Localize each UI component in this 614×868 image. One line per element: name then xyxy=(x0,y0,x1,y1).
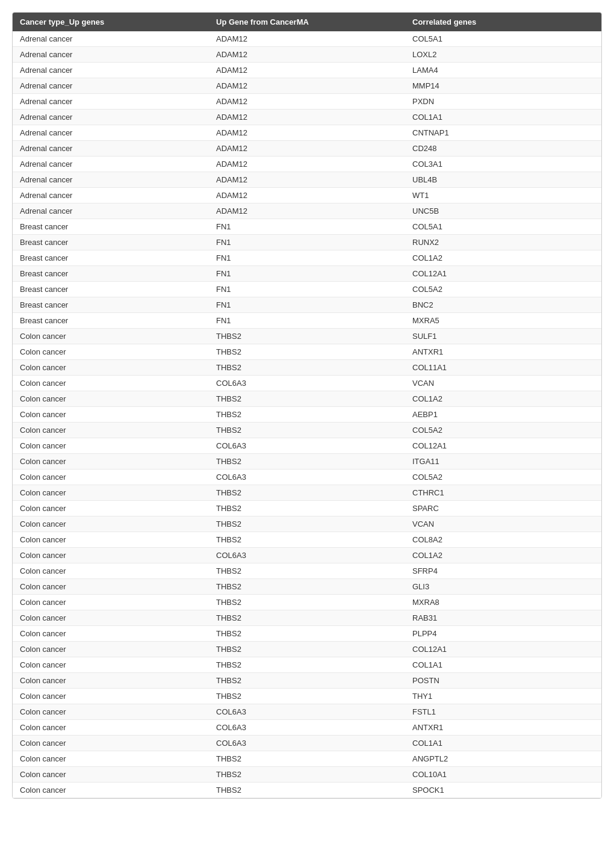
cell-cancer-type: Colon cancer xyxy=(13,454,209,470)
table-row: Adrenal cancerADAM12CNTNAP1 xyxy=(13,125,601,141)
table-row: Colon cancerTHBS2AEBP1 xyxy=(13,407,601,423)
table-row: Breast cancerFN1MXRA5 xyxy=(13,313,601,329)
cell-cancer-type: Colon cancer xyxy=(13,548,209,563)
cell-correlated: PXDN xyxy=(405,94,601,110)
cell-up-gene: FN1 xyxy=(209,235,405,250)
cell-cancer-type: Colon cancer xyxy=(13,689,209,704)
cell-up-gene: COL6A3 xyxy=(209,376,405,391)
cell-correlated: POSTN xyxy=(405,673,601,689)
cell-correlated: AEBP1 xyxy=(405,407,601,423)
data-table: Cancer type_Up genes Up Gene from Cancer… xyxy=(12,12,602,799)
cell-correlated: WT1 xyxy=(405,188,601,203)
cell-up-gene: THBS2 xyxy=(209,423,405,438)
cell-correlated: COL12A1 xyxy=(405,266,601,282)
table-row: Breast cancerFN1COL5A2 xyxy=(13,282,601,297)
table-row: Colon cancerTHBS2THY1 xyxy=(13,689,601,704)
cell-correlated: BNC2 xyxy=(405,297,601,313)
cell-correlated: CNTNAP1 xyxy=(405,125,601,141)
cell-up-gene: THBS2 xyxy=(209,516,405,532)
cell-cancer-type: Breast cancer xyxy=(13,282,209,297)
table-row: Colon cancerTHBS2PLPP4 xyxy=(13,626,601,642)
table-row: Adrenal cancerADAM12UBL4B xyxy=(13,172,601,188)
cell-correlated: PLPP4 xyxy=(405,626,601,642)
cell-cancer-type: Colon cancer xyxy=(13,767,209,783)
cell-correlated: COL12A1 xyxy=(405,642,601,657)
cell-correlated: COL5A2 xyxy=(405,470,601,485)
cell-up-gene: FN1 xyxy=(209,250,405,266)
cell-cancer-type: Colon cancer xyxy=(13,423,209,438)
cell-up-gene: THBS2 xyxy=(209,657,405,673)
cell-up-gene: ADAM12 xyxy=(209,63,405,78)
cell-correlated: COL12A1 xyxy=(405,438,601,454)
cell-correlated: COL1A2 xyxy=(405,391,601,407)
table-row: Adrenal cancerADAM12COL5A1 xyxy=(13,31,601,47)
cell-up-gene: ADAM12 xyxy=(209,157,405,172)
table-row: Breast cancerFN1COL12A1 xyxy=(13,266,601,282)
cell-cancer-type: Colon cancer xyxy=(13,485,209,501)
cell-up-gene: THBS2 xyxy=(209,407,405,423)
cell-cancer-type: Breast cancer xyxy=(13,250,209,266)
cell-correlated: MXRA8 xyxy=(405,595,601,610)
cell-cancer-type: Colon cancer xyxy=(13,657,209,673)
cell-up-gene: FN1 xyxy=(209,219,405,235)
cell-up-gene: ADAM12 xyxy=(209,47,405,63)
cell-up-gene: THBS2 xyxy=(209,344,405,360)
table-row: Adrenal cancerADAM12LOXL2 xyxy=(13,47,601,63)
cell-cancer-type: Breast cancer xyxy=(13,266,209,282)
cell-cancer-type: Colon cancer xyxy=(13,736,209,751)
cell-cancer-type: Adrenal cancer xyxy=(13,31,209,47)
cell-up-gene: THBS2 xyxy=(209,360,405,376)
table-row: Adrenal cancerADAM12PXDN xyxy=(13,94,601,110)
cell-correlated: ANTXR1 xyxy=(405,720,601,736)
table-row: Breast cancerFN1COL5A1 xyxy=(13,219,601,235)
cell-up-gene: THBS2 xyxy=(209,454,405,470)
cell-cancer-type: Breast cancer xyxy=(13,313,209,329)
cell-correlated: ITGA11 xyxy=(405,454,601,470)
cell-cancer-type: Colon cancer xyxy=(13,751,209,767)
cell-up-gene: ADAM12 xyxy=(209,203,405,219)
cell-correlated: COL1A2 xyxy=(405,548,601,563)
table-row: Colon cancerTHBS2SPARC xyxy=(13,501,601,516)
cell-up-gene: ADAM12 xyxy=(209,141,405,157)
table-row: Colon cancerCOL6A3COL5A2 xyxy=(13,470,601,485)
table-row: Colon cancerTHBS2COL12A1 xyxy=(13,642,601,657)
cell-up-gene: THBS2 xyxy=(209,391,405,407)
table-row: Colon cancerTHBS2COL1A1 xyxy=(13,657,601,673)
table-row: Colon cancerCOL6A3FSTL1 xyxy=(13,704,601,720)
cell-cancer-type: Adrenal cancer xyxy=(13,125,209,141)
cell-correlated: CTHRC1 xyxy=(405,485,601,501)
cell-cancer-type: Colon cancer xyxy=(13,610,209,626)
cell-correlated: COL8A2 xyxy=(405,532,601,548)
table-row: Colon cancerTHBS2ANTXR1 xyxy=(13,344,601,360)
cell-cancer-type: Colon cancer xyxy=(13,438,209,454)
cell-correlated: COL10A1 xyxy=(405,767,601,783)
cell-cancer-type: Breast cancer xyxy=(13,297,209,313)
cell-correlated: SPARC xyxy=(405,501,601,516)
cell-up-gene: THBS2 xyxy=(209,501,405,516)
cell-up-gene: THBS2 xyxy=(209,329,405,344)
table-row: Colon cancerTHBS2GLI3 xyxy=(13,579,601,595)
cell-correlated: MXRA5 xyxy=(405,313,601,329)
cell-up-gene: FN1 xyxy=(209,282,405,297)
cell-up-gene: ADAM12 xyxy=(209,188,405,203)
cell-cancer-type: Colon cancer xyxy=(13,626,209,642)
cell-correlated: LAMA4 xyxy=(405,63,601,78)
cell-up-gene: THBS2 xyxy=(209,626,405,642)
cell-up-gene: ADAM12 xyxy=(209,172,405,188)
cell-up-gene: COL6A3 xyxy=(209,438,405,454)
cell-up-gene: ADAM12 xyxy=(209,31,405,47)
table-row: Breast cancerFN1COL1A2 xyxy=(13,250,601,266)
cell-up-gene: FN1 xyxy=(209,266,405,282)
cell-cancer-type: Colon cancer xyxy=(13,516,209,532)
table-row: Colon cancerTHBS2ANGPTL2 xyxy=(13,751,601,767)
table-row: Colon cancerCOL6A3COL12A1 xyxy=(13,438,601,454)
table-row: Adrenal cancerADAM12CD248 xyxy=(13,141,601,157)
cell-correlated: UNC5B xyxy=(405,203,601,219)
cell-cancer-type: Adrenal cancer xyxy=(13,63,209,78)
cell-up-gene: THBS2 xyxy=(209,595,405,610)
table-row: Colon cancerTHBS2SPOCK1 xyxy=(13,783,601,798)
table-row: Colon cancerTHBS2MXRA8 xyxy=(13,595,601,610)
table-row: Colon cancerTHBS2VCAN xyxy=(13,516,601,532)
cell-up-gene: THBS2 xyxy=(209,579,405,595)
table-row: Colon cancerTHBS2COL10A1 xyxy=(13,767,601,783)
